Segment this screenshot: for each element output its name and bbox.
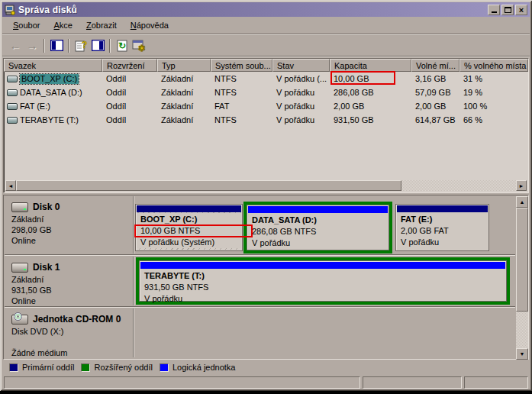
partition-legend: Primární oddíl Rozšířený oddíl Logická j… (3, 360, 529, 374)
column-header-rozvrzeni[interactable]: Rozvržení (102, 59, 157, 72)
back-icon: ← (10, 39, 21, 52)
disk0-type: Základní (11, 214, 130, 224)
show-console-tree-button[interactable] (48, 37, 65, 53)
column-header-volne-misto[interactable]: Volné mí... (411, 59, 459, 72)
divider (2, 56, 530, 57)
cdrom-panel[interactable]: Jednotka CD-ROM 0 Disk DVD (X:) Žádné mé… (5, 308, 133, 357)
scroll-left-button[interactable]: ◄ (5, 180, 16, 191)
partition-name: FAT (E:) (401, 214, 488, 225)
partition-data-sata[interactable]: DATA_SATA (D:) 286,08 GB NTFS V pořádku (247, 205, 389, 250)
column-header-stav[interactable]: Stav (272, 59, 330, 72)
minimize-icon (492, 11, 497, 13)
forward-icon: → (27, 39, 38, 52)
maximize-button[interactable] (501, 5, 514, 15)
status-segment (464, 376, 528, 389)
scroll-up-button[interactable]: ▲ (516, 196, 528, 208)
menu-soubor[interactable]: Soubor (7, 19, 46, 32)
cell-procento: 19 % (459, 86, 528, 99)
legend-label: Logická jednotka (172, 363, 236, 372)
logical-drive-bar (248, 206, 388, 213)
volume-list-pane: Svazek Rozvržení Typ Systém soub... Stav… (3, 58, 529, 193)
logical-drive-swatch (160, 363, 169, 372)
scrollbar-track[interactable] (16, 180, 516, 191)
cell-rozvrzeni: Oddíl (102, 86, 157, 99)
legend-logical: Logická jednotka (160, 363, 236, 372)
cell-volne: 57,09 GB (411, 86, 459, 99)
volume-drive-icon (7, 103, 18, 110)
close-button[interactable]: × (515, 5, 527, 15)
menu-napoveda[interactable]: Nápověda (124, 19, 175, 32)
row-separator (5, 254, 515, 256)
help-icon: ? (75, 40, 88, 52)
column-header-system-souboru[interactable]: Systém soub... (211, 59, 272, 72)
table-row-terabyte[interactable]: TERABYTE (T:) Oddíl Základní NTFS V pořá… (4, 113, 528, 127)
hard-disk-icon (11, 263, 28, 273)
partition-fat[interactable]: FAT (E:) 2,00 GB FAT V pořádku (395, 204, 489, 251)
extended-partition-border: TERABYTE (T:) 931,50 GB NTFS V pořádku (136, 257, 510, 305)
menu-zobrazit[interactable]: Zobrazit (80, 19, 123, 32)
disk1-capacity: 931,50 GB (11, 285, 130, 296)
disk1-name: Disk 1 (33, 262, 60, 273)
status-segment (363, 376, 462, 389)
disk0-panel[interactable]: Disk 0 Základní 298,09 GB Online (5, 196, 133, 254)
cell-stav: V pořádku (272, 86, 330, 99)
partition-name: DATA_SATA (D:) (252, 215, 388, 226)
cell-procento: 31 % (459, 72, 528, 86)
primary-partition-bar (137, 205, 241, 212)
scrollbar-thumb[interactable] (516, 208, 528, 312)
show-console-tree-icon (50, 40, 63, 51)
logical-drive-bar (140, 262, 505, 269)
maximize-icon (505, 7, 511, 13)
status-bar (0, 375, 532, 390)
extended-partition-swatch (81, 363, 90, 372)
volume-drive-icon (7, 117, 18, 124)
scroll-right-button[interactable]: ► (516, 180, 527, 191)
show-action-pane-icon (92, 40, 105, 51)
window-title: Správa disků (18, 5, 486, 15)
table-row-fat[interactable]: FAT (E:) Oddíl Základní FAT V pořádku 2,… (4, 99, 528, 113)
column-header-typ[interactable]: Typ (157, 59, 211, 72)
cell-stav: V pořádku (... (272, 72, 330, 86)
column-header-kapacita[interactable]: Kapacita (330, 59, 411, 72)
partition-status: V pořádku (144, 293, 505, 305)
svg-text:?: ? (82, 40, 87, 50)
table-row-data-sata[interactable]: DATA_SATA (D:) Oddíl Základní NTFS V poř… (4, 86, 528, 99)
graphical-view-pane: Disk 0 Základní 298,09 GB Online BOOT_XP… (3, 195, 529, 360)
cell-typ: Základní (157, 113, 211, 127)
minimize-button[interactable] (488, 5, 500, 15)
menu-bar: Soubor Akce Zobrazit Nápověda (2, 18, 530, 34)
back-button[interactable]: ← (7, 37, 24, 53)
forward-button[interactable]: → (24, 37, 40, 53)
table-row-boot-xp[interactable]: BOOT_XP (C:) Oddíl Základní NTFS V pořád… (4, 72, 528, 86)
app-icon[interactable] (5, 5, 15, 15)
volume-drive-icon (7, 89, 18, 96)
partition-boot-xp[interactable]: BOOT_XP (C:) 10,00 GB NTFS V pořádku (Sy… (135, 204, 243, 251)
horizontal-scrollbar: ◄ ► (5, 180, 527, 191)
partition-terabyte[interactable]: TERABYTE (T:) 931,50 GB NTFS V pořádku (139, 260, 507, 302)
cell-typ: Základní (157, 86, 211, 99)
properties-help-button[interactable]: ? (73, 37, 89, 53)
column-header-procento-volneho-mista[interactable]: % volného místa (459, 59, 528, 72)
cell-kapacita: 286,08 GB (330, 86, 411, 99)
scroll-down-button[interactable]: ▼ (516, 348, 528, 360)
legend-primary: Primární oddíl (9, 363, 74, 372)
disk1-status: Online (11, 296, 130, 306)
show-action-pane-button[interactable] (89, 37, 106, 53)
column-header-svazek[interactable]: Svazek (4, 59, 102, 72)
disk0-status: Online (11, 235, 130, 246)
menu-akce[interactable]: Akce (47, 19, 78, 32)
status-segment (4, 376, 360, 389)
partition-size: 931,50 GB NTFS (144, 282, 505, 293)
cell-kapacita: 931,50 GB (330, 113, 411, 127)
cell-system: FAT (211, 99, 272, 113)
volume-name: TERABYTE (T:) (20, 115, 79, 124)
scrollbar-track[interactable] (516, 208, 528, 348)
refresh-button[interactable]: ↻ (114, 37, 131, 53)
disk1-partitions: TERABYTE (T:) 931,50 GB NTFS V pořádku (134, 257, 515, 305)
title-bar: Správa disků × (2, 2, 530, 17)
rescan-disks-button[interactable]: ✱ (131, 37, 147, 53)
cdrom-row: Jednotka CD-ROM 0 Disk DVD (X:) Žádné mé… (5, 308, 515, 357)
disk1-panel[interactable]: Disk 1 Základní 931,50 GB Online (5, 257, 133, 305)
cell-system: NTFS (211, 86, 272, 99)
scrollbar-thumb[interactable] (16, 180, 401, 191)
